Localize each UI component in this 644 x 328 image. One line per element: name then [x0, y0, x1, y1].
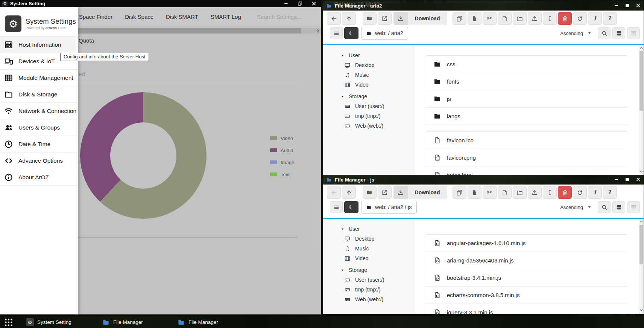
sort-dropdown[interactable]: Ascending: [560, 31, 591, 36]
scrollbar-thumb[interactable]: [639, 51, 643, 111]
legend-item-text[interactable]: Text: [270, 168, 294, 180]
system-settings-titlebar[interactable]: ⚙ System Setting: [0, 0, 321, 7]
cut-button[interactable]: ✂: [483, 186, 497, 199]
sidebar-item-network-connection[interactable]: Network & Connection: [0, 103, 78, 119]
close-button[interactable]: [636, 3, 641, 9]
download-button[interactable]: Download: [393, 12, 447, 25]
sidebar-item-disk-storage[interactable]: Disk & Storage: [0, 86, 78, 103]
menu-button[interactable]: [330, 201, 343, 213]
sort-dropdown[interactable]: Ascending: [560, 204, 591, 210]
tree-item-music[interactable]: ♫Music: [323, 244, 415, 253]
tab-disk-smart[interactable]: Disk SMART: [166, 14, 198, 20]
file-row-langs[interactable]: langs: [425, 108, 628, 125]
tree-item-desktop[interactable]: Desktop: [323, 234, 415, 244]
sidebar-item-about-aroz[interactable]: About ArOZ: [0, 169, 78, 186]
refresh-button[interactable]: [573, 12, 587, 25]
file-row-css[interactable]: css: [425, 56, 628, 73]
new-file-button[interactable]: [498, 12, 512, 25]
tree-item-video[interactable]: Video: [323, 253, 415, 263]
scrollbar-thumb[interactable]: [639, 225, 643, 264]
file-row-fonts[interactable]: fonts: [425, 73, 628, 90]
file-row-favicon-ico[interactable]: favicon.ico: [425, 132, 628, 149]
tree-item-video[interactable]: Video: [323, 80, 415, 90]
tab-space-finder[interactable]: Space Finder: [79, 14, 112, 20]
up-button[interactable]: [342, 12, 356, 25]
breadcrumb[interactable]: web: / aria2 / js: [361, 201, 417, 214]
sidebar-item-host-information[interactable]: Host Information: [0, 37, 78, 53]
tree-item-web-web[interactable]: Web (web:/): [323, 294, 415, 304]
grid-view-button[interactable]: [612, 27, 625, 39]
tab-scrollbar[interactable]: [78, 28, 321, 34]
titlebar[interactable]: File Manager - js: [323, 175, 644, 185]
tree-item-web-web[interactable]: Web (web:/): [323, 121, 415, 131]
copy-button[interactable]: [453, 186, 466, 199]
grid-view-button[interactable]: [612, 201, 625, 213]
breadcrumb[interactable]: web: / aria2: [361, 27, 408, 40]
tree-item-music[interactable]: ♫Music: [323, 70, 415, 80]
back-button[interactable]: [327, 186, 341, 199]
tree-toggle-user[interactable]: User: [323, 224, 415, 234]
help-button[interactable]: ?: [603, 12, 617, 25]
external-link-button[interactable]: [378, 186, 392, 199]
minimize-button[interactable]: [614, 177, 619, 183]
tab-scrollbar-thumb[interactable]: [78, 28, 301, 34]
legend-item-video[interactable]: Video: [270, 132, 294, 144]
taskbar-item-file-manager-2[interactable]: File Manager: [177, 316, 218, 328]
file-row-bootstrap-3-4-1-min-js[interactable]: bootstrap-3.4.1.min.js: [425, 269, 628, 287]
file-row-echarts-common-3-8-5-min-js[interactable]: echarts-common-3.8.5.min.js: [425, 287, 628, 304]
up-button[interactable]: [342, 186, 356, 199]
close-button[interactable]: [636, 177, 641, 183]
scroll-right-icon[interactable]: [316, 29, 320, 33]
new-folder-button[interactable]: [513, 186, 527, 199]
paste-button[interactable]: [468, 12, 481, 25]
tab-smart-log[interactable]: SMART Log: [211, 14, 241, 20]
maximize-button[interactable]: [625, 3, 630, 9]
file-row-favicon-png[interactable]: favicon.png: [425, 149, 628, 166]
tab-disk-space[interactable]: Disk Space: [125, 14, 153, 20]
dark-mode-button[interactable]: ☾: [344, 27, 358, 39]
external-link-button[interactable]: [378, 12, 392, 25]
tree-item-desktop[interactable]: Desktop: [323, 60, 415, 70]
tree-item-tmp-tmp[interactable]: tmp (tmp:/): [323, 111, 415, 121]
refresh-button[interactable]: [573, 186, 587, 199]
maximize-button[interactable]: [293, 0, 307, 7]
tree-item-user-user[interactable]: User (user:/): [323, 101, 415, 111]
new-folder-button[interactable]: [513, 12, 527, 25]
back-button[interactable]: [327, 12, 341, 25]
scroll-up-icon[interactable]: [639, 46, 644, 50]
cut-button[interactable]: ✂: [483, 12, 497, 25]
sidebar-item-module-management[interactable]: Module Management: [0, 70, 78, 86]
sidebar-item-users-groups[interactable]: Users & Groups: [0, 119, 78, 136]
info-button[interactable]: i: [588, 12, 602, 25]
rename-button[interactable]: [543, 12, 557, 25]
scroll-down-icon[interactable]: [639, 169, 644, 174]
tree-item-user-user[interactable]: User (user:/): [323, 275, 415, 285]
open-folder-button[interactable]: [363, 186, 377, 199]
scrollbar[interactable]: [639, 219, 644, 314]
delete-button[interactable]: [558, 12, 572, 25]
taskbar-item-system-setting[interactable]: ⚙ System Setting: [26, 316, 71, 328]
upload-button[interactable]: [528, 186, 542, 199]
scroll-up-icon[interactable]: [639, 220, 644, 224]
titlebar[interactable]: File Manager - aria2: [323, 1, 644, 11]
file-row-angular-packages-1-6-10-min-js[interactable]: angular-packages-1.6.10.min.js: [425, 235, 628, 252]
sidebar-item-advance-options[interactable]: Advance Options: [0, 153, 78, 169]
file-row-jquery-3-3-1-min-js[interactable]: jquery-3.3.1.min.js: [425, 304, 628, 314]
close-button[interactable]: [307, 0, 321, 7]
new-file-button[interactable]: [498, 186, 512, 199]
app-launcher-button[interactable]: [4, 316, 14, 328]
taskbar-item-file-manager-1[interactable]: File Manager: [102, 316, 143, 328]
delete-button[interactable]: [558, 186, 572, 199]
info-button[interactable]: i: [588, 186, 602, 199]
file-row-aria-ng-da5356c403-min-js[interactable]: aria-ng-da5356c403.min.js: [425, 252, 628, 269]
paste-button[interactable]: [468, 186, 481, 199]
tree-toggle-storage[interactable]: Storage: [323, 265, 415, 275]
minimize-button[interactable]: [614, 3, 619, 9]
legend-item-audio[interactable]: Audio: [270, 144, 294, 156]
tree-toggle-user[interactable]: User: [323, 50, 415, 60]
dark-mode-button[interactable]: ☾: [344, 201, 358, 213]
search-button[interactable]: [598, 27, 611, 39]
menu-button[interactable]: [330, 27, 343, 39]
upload-button[interactable]: [528, 12, 542, 25]
open-folder-button[interactable]: [363, 12, 377, 25]
